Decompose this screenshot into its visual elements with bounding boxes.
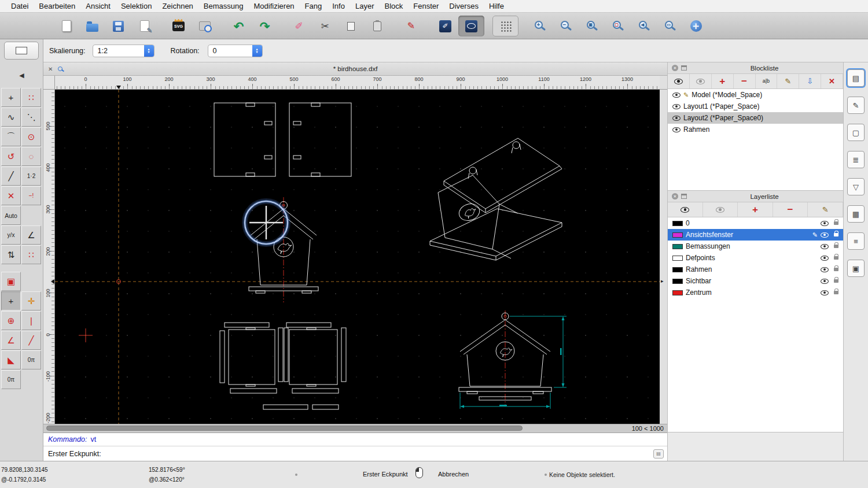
menu-item[interactable]: Fenster	[408, 0, 444, 12]
layer-lock-icon[interactable]	[834, 256, 838, 260]
layer-lock-icon[interactable]	[834, 233, 838, 236]
layer-color-swatch[interactable]	[672, 244, 683, 249]
auto-snap-button[interactable]: Auto	[1, 206, 21, 225]
remove-block-icon[interactable]: −	[734, 74, 756, 88]
menu-item[interactable]: Block	[379, 0, 408, 12]
zoom-previous-icon[interactable]: ◀	[631, 16, 657, 36]
add-block-icon[interactable]: +	[712, 74, 734, 88]
layer-list-item[interactable]: Sichtbar	[668, 275, 843, 287]
float-panel-icon[interactable]	[681, 194, 687, 199]
relative-zero-icon[interactable]: +	[1, 291, 21, 310]
snap-grid-icon[interactable]: ∷	[21, 88, 41, 107]
layer-color-swatch[interactable]	[672, 221, 683, 226]
layer-list-item[interactable]: 0	[668, 217, 843, 229]
toggle-selection-filter-icon[interactable]: ▽	[847, 178, 865, 195]
zoom-in-icon[interactable]: +	[527, 16, 553, 36]
layer-visibility-icon[interactable]	[821, 290, 829, 295]
grid-toggle-icon[interactable]	[492, 16, 518, 36]
edit-layer-icon[interactable]: ✎	[808, 202, 843, 217]
new-file-icon[interactable]	[53, 16, 79, 36]
layer-lock-icon[interactable]	[834, 268, 838, 271]
pan-icon[interactable]: ✛	[683, 16, 709, 36]
cut-icon[interactable]: ✂	[312, 16, 338, 36]
zoom-out-icon[interactable]: −	[553, 16, 579, 36]
close-panel-icon[interactable]: ✕	[672, 65, 678, 71]
close-panel-icon[interactable]: ✕	[672, 193, 678, 199]
layer-color-swatch[interactable]	[672, 290, 683, 295]
restrict-xy-icon[interactable]: y/x	[1, 225, 21, 245]
layer-lock-icon[interactable]	[834, 245, 838, 248]
close-document-icon[interactable]: ✕	[48, 66, 53, 72]
tool-spline-icon[interactable]: ∿	[1, 108, 21, 127]
diagonal-restrict-icon[interactable]: ╱	[21, 331, 41, 350]
save-icon[interactable]	[105, 16, 131, 36]
add-layer-icon[interactable]: +	[738, 202, 773, 217]
selection-tool-icon[interactable]: ✐	[432, 16, 458, 36]
tool-arc-icon[interactable]: ⌒	[1, 127, 21, 146]
paste-icon[interactable]	[364, 16, 390, 36]
open-file-icon[interactable]	[79, 16, 105, 36]
circle-center-icon[interactable]: ⊕	[1, 311, 21, 330]
zoom-document-icon[interactable]	[58, 66, 62, 71]
snap-restrict-icon[interactable]: −!	[21, 186, 41, 205]
snap-corner-icon[interactable]: ◣	[1, 350, 21, 369]
layer-list-item[interactable]: Zentrum	[668, 287, 843, 298]
menu-item[interactable]: Modifizieren	[249, 0, 300, 12]
layer-color-swatch[interactable]	[672, 279, 683, 284]
block-list-item[interactable]: Layout2 (*Paper_Space0)	[668, 112, 843, 124]
block-visibility-icon[interactable]	[672, 127, 681, 132]
snap-center-icon[interactable]: ⊙	[21, 127, 41, 146]
zoom-window-icon[interactable]: ▭	[657, 16, 683, 36]
block-list-item[interactable]: Rahmen	[668, 124, 843, 135]
collapse-palette-button[interactable]: ◀	[0, 69, 43, 81]
menu-item[interactable]: Zeichnen	[157, 0, 198, 12]
angle-restrict-icon[interactable]: ∠	[1, 331, 21, 350]
redo-icon[interactable]: ↷	[252, 16, 278, 36]
menu-item[interactable]: Diverses	[444, 0, 484, 12]
eraser-pen-icon[interactable]: ✐	[286, 16, 312, 36]
toggle-property-editor-icon[interactable]: ▤	[847, 69, 865, 87]
rename-block-icon[interactable]: a|b	[756, 74, 778, 88]
layer-visibility-icon[interactable]	[821, 221, 829, 226]
horizontal-scrollbar[interactable]: 100 < 1000	[43, 424, 667, 432]
menu-item[interactable]: Bemassung	[198, 0, 249, 12]
tool-point-icon[interactable]: +	[1, 88, 21, 107]
snap-sequence-icon[interactable]: ⇅	[1, 245, 21, 264]
block-list-item[interactable]: ✎ Model (*Model_Space)	[668, 89, 843, 101]
layer-list-item[interactable]: Bemassungen	[668, 241, 843, 252]
snap-reference-icon[interactable]: ◌	[21, 147, 41, 166]
property-pen-icon[interactable]: ✎	[398, 16, 424, 36]
layer-list-item[interactable]: Ansichtsfenster ✎	[668, 229, 843, 241]
layer-lock-icon[interactable]	[834, 221, 838, 225]
scale-select[interactable]: 1:2 ▲▼	[93, 45, 155, 57]
drawing-canvas[interactable]	[55, 90, 660, 424]
svg-export-icon[interactable]: SVG	[165, 16, 192, 36]
layer-list-item[interactable]: Rahmen	[668, 264, 843, 275]
layer-visibility-icon[interactable]	[821, 244, 829, 249]
toggle-layer-list-icon[interactable]: ≣	[847, 151, 865, 168]
toggle-clipboard-icon[interactable]: ▣	[847, 260, 865, 277]
tool-intersect-icon[interactable]: ✕	[1, 186, 21, 205]
block-hidden-icon[interactable]	[690, 74, 712, 88]
menu-item[interactable]: Bearbeiten	[34, 0, 80, 12]
layer-color-swatch[interactable]	[672, 256, 683, 261]
command-input[interactable]	[105, 450, 653, 458]
zoom-selection-icon[interactable]: ▢	[605, 16, 631, 36]
layer-visible-icon[interactable]	[668, 202, 703, 217]
stepper-icon[interactable]: ▲▼	[252, 45, 262, 57]
block-visibility-icon[interactable]	[672, 116, 681, 121]
scrollbar-thumb[interactable]	[46, 426, 523, 431]
block-visibility-icon[interactable]	[672, 93, 681, 98]
menu-item[interactable]: Fang	[300, 0, 328, 12]
block-visible-icon[interactable]	[668, 74, 690, 88]
toggle-library-browser-icon[interactable]: ▢	[847, 124, 865, 141]
menu-item[interactable]: Hilfe	[484, 0, 509, 12]
toggle-block-edit-icon[interactable]: ✎	[847, 97, 865, 114]
lock-relative-zero-icon[interactable]: 0π	[21, 350, 41, 369]
delete-block-icon[interactable]: ✕	[821, 74, 843, 88]
snap-angle-icon[interactable]: ∠	[21, 225, 41, 245]
layer-visibility-icon[interactable]	[821, 256, 829, 261]
menu-item[interactable]: Layer	[350, 0, 380, 12]
copy-icon[interactable]	[338, 16, 364, 36]
remove-layer-icon[interactable]: −	[773, 202, 808, 217]
